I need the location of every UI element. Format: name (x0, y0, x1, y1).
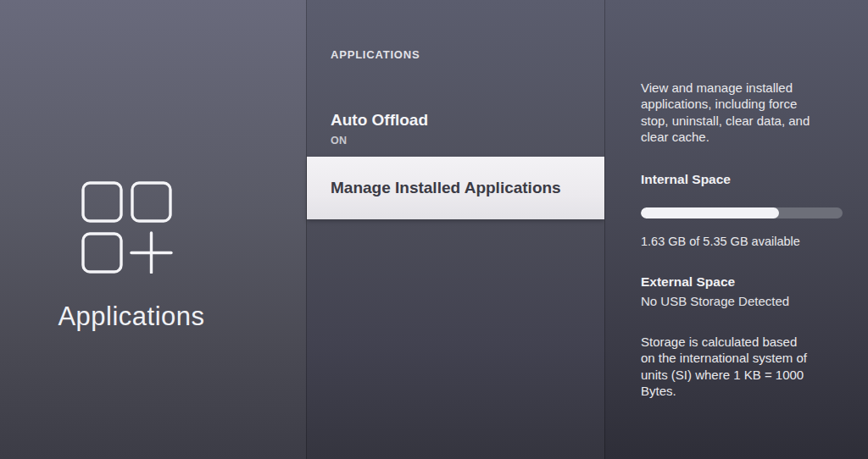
menu-item-auto-offload[interactable]: Auto Offload ON (331, 111, 587, 147)
apps-grid-plus-icon (81, 180, 174, 274)
menu-item-label: Auto Offload (331, 111, 587, 130)
menu-panel: APPLICATIONS Auto Offload ON Manage Inst… (306, 0, 604, 459)
menu-section-header: APPLICATIONS (331, 48, 420, 61)
storage-note: Storage is calculated based on the inter… (641, 334, 846, 399)
applications-settings-screen: Applications APPLICATIONS Auto Offload O… (0, 0, 868, 459)
internal-space-available-text: 1.63 GB of 5.35 GB available (641, 235, 846, 248)
external-space-label: External Space (641, 274, 846, 290)
internal-space-progress-bar (641, 207, 843, 218)
menu-item-manage-installed-applications[interactable]: Manage Installed Applications (307, 157, 604, 219)
menu-item-value: ON (331, 135, 587, 147)
section-description: View and manage installed applications, … (641, 80, 846, 145)
internal-space-label: Internal Space (641, 172, 846, 187)
page-title: Applications (0, 301, 263, 332)
internal-space-bar-fill (641, 207, 779, 218)
menu-item-label: Manage Installed Applications (331, 179, 561, 197)
external-space-status: No USB Storage Detected (641, 294, 846, 308)
info-panel: View and manage installed applications, … (604, 0, 868, 459)
left-panel: Applications (0, 0, 306, 459)
